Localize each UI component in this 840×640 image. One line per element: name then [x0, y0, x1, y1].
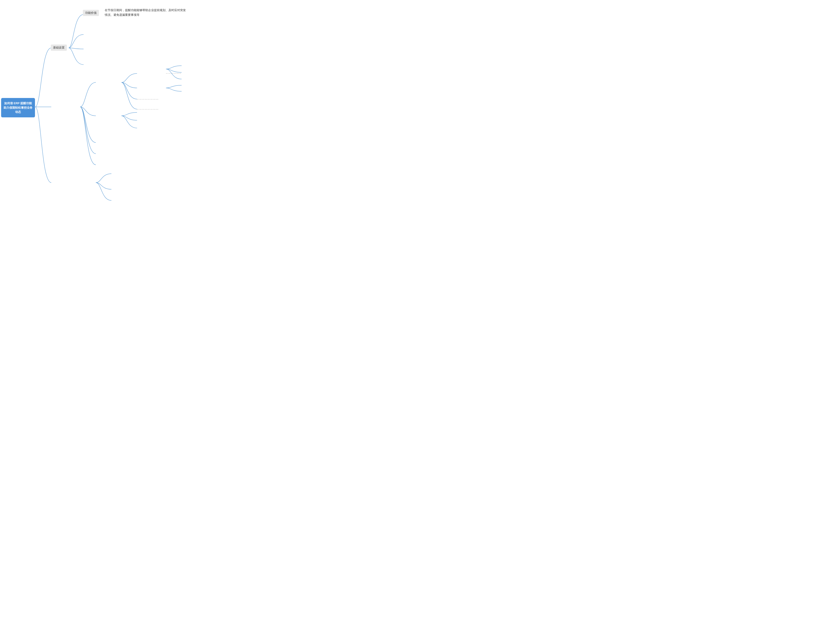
- gongnengjiazhi-content: 在节假日期间，提醒功能能够帮助企业提前规划、及时应对突发情况、避免遗漏重要事项等: [105, 8, 216, 18]
- root-node: 如何借 ERP 提醒功能助力假期轻松掌控业务动态: [1, 98, 35, 117]
- gongnengjiazhi-node: 功能价值: [83, 10, 99, 16]
- jichushezhi-node: 基础设置: [51, 45, 67, 51]
